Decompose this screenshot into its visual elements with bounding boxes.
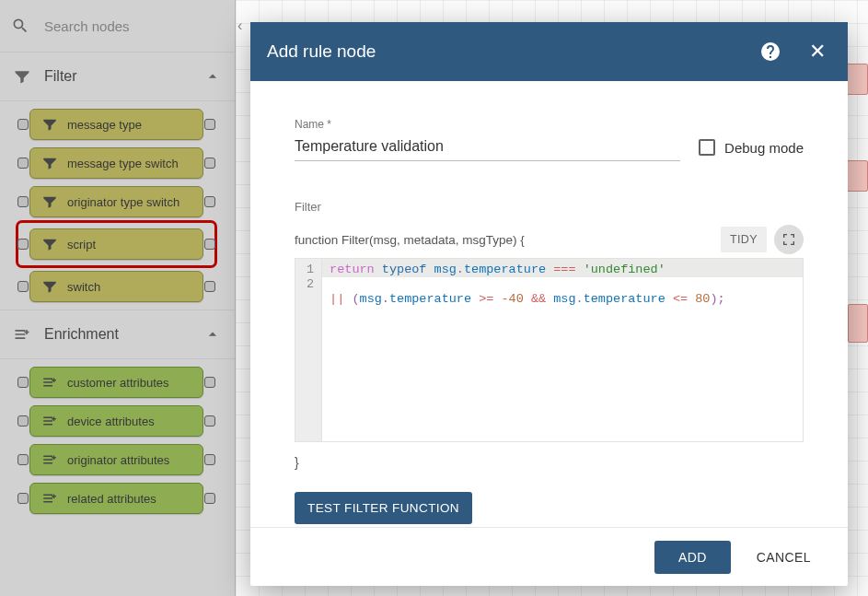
enrichment-icon xyxy=(41,451,58,468)
palette-node-message-type-switch[interactable]: message type switch xyxy=(20,147,213,179)
input-port[interactable] xyxy=(17,119,29,130)
fullscreen-icon xyxy=(781,232,796,247)
node-label: script xyxy=(67,238,96,251)
filter-icon xyxy=(41,193,58,210)
section-title: Enrichment xyxy=(44,326,119,343)
output-port[interactable] xyxy=(204,158,215,169)
filter-icon xyxy=(13,67,31,86)
checkbox-box[interactable] xyxy=(699,139,715,156)
palette-node-switch[interactable]: switch xyxy=(20,271,213,302)
dialog-title: Add rule node xyxy=(267,41,743,62)
debug-mode-checkbox[interactable]: Debug mode xyxy=(699,139,804,161)
palette-node-originator-attributes[interactable]: originator attributes xyxy=(20,444,213,475)
input-port[interactable] xyxy=(17,454,29,465)
node-label: message type switch xyxy=(67,157,179,170)
section-head-filter[interactable]: Filter xyxy=(0,52,235,101)
node-label: originator attributes xyxy=(67,453,169,467)
input-port[interactable] xyxy=(17,196,29,207)
editor-code[interactable]: return typeof msg.temperature === 'undef… xyxy=(322,259,803,441)
input-port[interactable] xyxy=(17,415,29,427)
output-port[interactable] xyxy=(204,281,215,292)
enrichment-icon xyxy=(13,325,31,344)
search-row: ‹ xyxy=(0,0,235,52)
chevron-up-icon xyxy=(203,325,222,344)
output-port[interactable] xyxy=(204,377,215,388)
filter-icon xyxy=(41,278,58,295)
input-port[interactable] xyxy=(17,281,29,292)
search-input[interactable] xyxy=(44,18,219,34)
close-icon[interactable]: ✕ xyxy=(798,34,831,69)
node-label: customer attributes xyxy=(67,376,169,390)
debug-label: Debug mode xyxy=(724,140,804,156)
section-head-enrichment[interactable]: Enrichment xyxy=(0,310,235,359)
input-port[interactable] xyxy=(17,377,29,388)
palette-node-customer-attributes[interactable]: customer attributes xyxy=(20,367,213,398)
fullscreen-button[interactable] xyxy=(774,225,804,254)
filter-icon xyxy=(41,116,58,133)
name-label: Name * xyxy=(295,118,680,131)
filter-icon xyxy=(41,155,58,171)
search-icon xyxy=(11,17,29,35)
node-label: message type xyxy=(67,118,142,132)
add-rule-node-dialog: Add rule node ✕ Name * Debug mode Filter… xyxy=(250,22,848,586)
palette-node-script[interactable]: script xyxy=(20,225,213,263)
dialog-footer: ADD CANCEL xyxy=(250,527,848,586)
dialog-body: Name * Debug mode Filter function Filter… xyxy=(250,81,848,527)
enrichment-icon xyxy=(41,490,58,507)
test-filter-function-button[interactable]: TEST FILTER FUNCTION xyxy=(295,492,472,524)
node-label: related attributes xyxy=(67,492,156,506)
palette-node-related-attributes[interactable]: related attributes xyxy=(20,483,213,514)
tidy-button[interactable]: TIDY xyxy=(721,227,767,252)
editor-gutter: 12 xyxy=(295,259,322,441)
enrichment-icon xyxy=(41,413,58,429)
output-port[interactable] xyxy=(204,415,215,427)
palette-node-message-type[interactable]: message type xyxy=(20,109,213,140)
dialog-titlebar: Add rule node ✕ xyxy=(250,22,848,81)
chevron-up-icon xyxy=(203,67,222,86)
output-port[interactable] xyxy=(204,493,215,504)
input-port[interactable] xyxy=(17,493,29,504)
output-port[interactable] xyxy=(204,239,215,250)
node-palette-sidebar: ‹ Filter message type message type switc… xyxy=(0,0,236,596)
filter-icon xyxy=(41,236,58,252)
input-port[interactable] xyxy=(17,239,29,250)
output-port[interactable] xyxy=(204,196,215,207)
add-button[interactable]: ADD xyxy=(654,541,731,574)
help-icon[interactable] xyxy=(754,35,787,68)
function-signature: function Filter(msg, metadata, msgType) … xyxy=(295,233,721,247)
code-editor[interactable]: 12 return typeof msg.temperature === 'un… xyxy=(295,258,804,442)
palette-node-originator-type-switch[interactable]: originator type switch xyxy=(20,186,213,217)
canvas-node[interactable] xyxy=(848,304,868,343)
output-port[interactable] xyxy=(204,454,215,465)
cancel-button[interactable]: CANCEL xyxy=(742,541,826,574)
function-close-brace: } xyxy=(295,455,804,470)
node-label: device attributes xyxy=(67,415,155,428)
output-port[interactable] xyxy=(204,119,215,130)
palette-scroll[interactable]: Filter message type message type switch xyxy=(0,52,235,596)
name-input[interactable] xyxy=(295,134,680,161)
section-title: Filter xyxy=(44,68,77,85)
node-label: switch xyxy=(67,280,100,294)
filter-heading: Filter xyxy=(295,200,804,214)
collapse-sidebar-icon[interactable]: ‹ xyxy=(234,14,246,38)
input-port[interactable] xyxy=(17,158,29,169)
node-label: originator type switch xyxy=(67,195,179,209)
palette-node-device-attributes[interactable]: device attributes xyxy=(20,405,213,437)
enrichment-icon xyxy=(41,374,58,391)
